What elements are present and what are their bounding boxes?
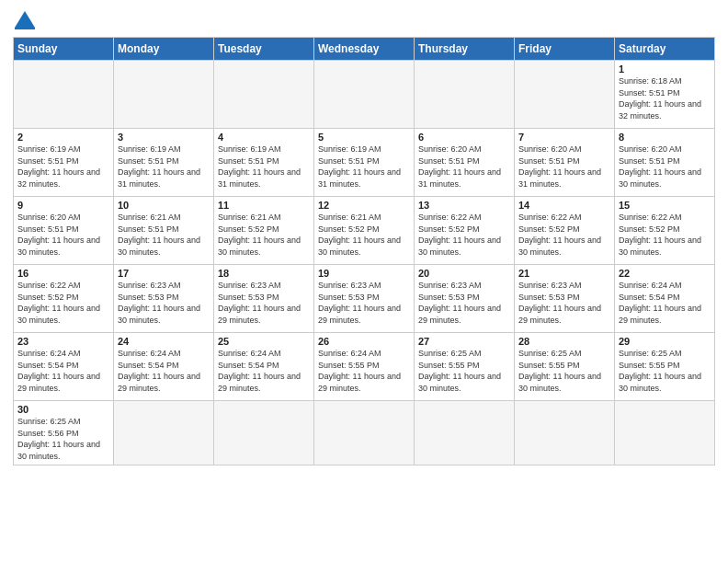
- day-number: 10: [118, 200, 210, 211]
- calendar-cell: 3Sunrise: 6:19 AM Sunset: 5:51 PM Daylig…: [114, 129, 214, 197]
- calendar-cell: 29Sunrise: 6:25 AM Sunset: 5:55 PM Dayli…: [615, 333, 715, 401]
- day-info: Sunrise: 6:21 AM Sunset: 5:52 PM Dayligh…: [318, 212, 410, 258]
- calendar-cell: 12Sunrise: 6:21 AM Sunset: 5:52 PM Dayli…: [314, 197, 415, 265]
- day-number: 5: [318, 132, 410, 143]
- day-info: Sunrise: 6:25 AM Sunset: 5:55 PM Dayligh…: [518, 348, 610, 394]
- day-info: Sunrise: 6:21 AM Sunset: 5:51 PM Dayligh…: [118, 212, 210, 258]
- day-info: Sunrise: 6:19 AM Sunset: 5:51 PM Dayligh…: [218, 144, 310, 190]
- calendar-cell: 7Sunrise: 6:20 AM Sunset: 5:51 PM Daylig…: [515, 129, 615, 197]
- logo: [13, 9, 35, 31]
- calendar-week-row: 1Sunrise: 6:18 AM Sunset: 5:51 PM Daylig…: [14, 61, 715, 129]
- day-info: Sunrise: 6:18 AM Sunset: 5:51 PM Dayligh…: [619, 75, 711, 121]
- calendar-cell: 22Sunrise: 6:24 AM Sunset: 5:54 PM Dayli…: [615, 265, 715, 333]
- calendar-cell: 26Sunrise: 6:24 AM Sunset: 5:55 PM Dayli…: [314, 333, 415, 401]
- day-number: 2: [17, 132, 109, 143]
- calendar-cell: 28Sunrise: 6:25 AM Sunset: 5:55 PM Dayli…: [515, 333, 615, 401]
- day-info: Sunrise: 6:20 AM Sunset: 5:51 PM Dayligh…: [619, 144, 711, 190]
- day-number: 18: [218, 268, 310, 279]
- svg-rect-1: [15, 28, 35, 29]
- day-number: 30: [17, 404, 109, 415]
- day-number: 25: [218, 336, 310, 347]
- day-number: 24: [118, 336, 210, 347]
- day-number: 27: [418, 336, 510, 347]
- day-info: Sunrise: 6:23 AM Sunset: 5:53 PM Dayligh…: [118, 280, 210, 326]
- day-number: 8: [619, 132, 711, 143]
- calendar-cell: 14Sunrise: 6:22 AM Sunset: 5:52 PM Dayli…: [515, 197, 615, 265]
- calendar-cell: [415, 61, 515, 129]
- day-info: Sunrise: 6:20 AM Sunset: 5:51 PM Dayligh…: [418, 144, 510, 190]
- calendar-cell: 11Sunrise: 6:21 AM Sunset: 5:52 PM Dayli…: [214, 197, 314, 265]
- day-info: Sunrise: 6:22 AM Sunset: 5:52 PM Dayligh…: [17, 280, 109, 326]
- day-number: 22: [619, 268, 711, 279]
- calendar-cell: 5Sunrise: 6:19 AM Sunset: 5:51 PM Daylig…: [314, 129, 415, 197]
- page: SundayMondayTuesdayWednesdayThursdayFrid…: [0, 0, 728, 475]
- day-info: Sunrise: 6:20 AM Sunset: 5:51 PM Dayligh…: [17, 212, 109, 258]
- day-info: Sunrise: 6:24 AM Sunset: 5:54 PM Dayligh…: [619, 280, 711, 326]
- day-number: 15: [619, 200, 711, 211]
- day-info: Sunrise: 6:19 AM Sunset: 5:51 PM Dayligh…: [118, 144, 210, 190]
- day-number: 17: [118, 268, 210, 279]
- day-number: 20: [418, 268, 510, 279]
- calendar-cell: 6Sunrise: 6:20 AM Sunset: 5:51 PM Daylig…: [415, 129, 515, 197]
- day-header-saturday: Saturday: [615, 38, 715, 61]
- day-number: 4: [218, 132, 310, 143]
- calendar-week-row: 30Sunrise: 6:25 AM Sunset: 5:56 PM Dayli…: [14, 401, 715, 465]
- calendar-cell: 4Sunrise: 6:19 AM Sunset: 5:51 PM Daylig…: [214, 129, 314, 197]
- day-number: 12: [318, 200, 410, 211]
- calendar-cell: [214, 61, 314, 129]
- day-info: Sunrise: 6:25 AM Sunset: 5:56 PM Dayligh…: [17, 416, 109, 462]
- day-number: 9: [17, 200, 109, 211]
- calendar-cell: [615, 401, 715, 465]
- calendar-cell: 21Sunrise: 6:23 AM Sunset: 5:53 PM Dayli…: [515, 265, 615, 333]
- svg-marker-0: [15, 11, 35, 28]
- logo-icon: [15, 9, 35, 29]
- day-number: 21: [518, 268, 610, 279]
- calendar-cell: 2Sunrise: 6:19 AM Sunset: 5:51 PM Daylig…: [14, 129, 114, 197]
- calendar-week-row: 9Sunrise: 6:20 AM Sunset: 5:51 PM Daylig…: [14, 197, 715, 265]
- day-header-tuesday: Tuesday: [214, 38, 314, 61]
- day-info: Sunrise: 6:24 AM Sunset: 5:54 PM Dayligh…: [118, 348, 210, 394]
- calendar-cell: 30Sunrise: 6:25 AM Sunset: 5:56 PM Dayli…: [14, 401, 114, 465]
- calendar-cell: 15Sunrise: 6:22 AM Sunset: 5:52 PM Dayli…: [615, 197, 715, 265]
- day-info: Sunrise: 6:23 AM Sunset: 5:53 PM Dayligh…: [218, 280, 310, 326]
- day-info: Sunrise: 6:22 AM Sunset: 5:52 PM Dayligh…: [518, 212, 610, 258]
- day-info: Sunrise: 6:25 AM Sunset: 5:55 PM Dayligh…: [418, 348, 510, 394]
- day-info: Sunrise: 6:24 AM Sunset: 5:55 PM Dayligh…: [318, 348, 410, 394]
- calendar-cell: 19Sunrise: 6:23 AM Sunset: 5:53 PM Dayli…: [314, 265, 415, 333]
- calendar-cell: 8Sunrise: 6:20 AM Sunset: 5:51 PM Daylig…: [615, 129, 715, 197]
- calendar-cell: [114, 61, 214, 129]
- day-number: 6: [418, 132, 510, 143]
- calendar-cell: [415, 401, 515, 465]
- day-header-sunday: Sunday: [14, 38, 114, 61]
- calendar-cell: [515, 401, 615, 465]
- day-number: 7: [518, 132, 610, 143]
- day-info: Sunrise: 6:19 AM Sunset: 5:51 PM Dayligh…: [318, 144, 410, 190]
- day-number: 13: [418, 200, 510, 211]
- day-number: 19: [318, 268, 410, 279]
- header: [13, 9, 715, 31]
- calendar-cell: [314, 61, 415, 129]
- day-info: Sunrise: 6:22 AM Sunset: 5:52 PM Dayligh…: [418, 212, 510, 258]
- calendar-table: SundayMondayTuesdayWednesdayThursdayFrid…: [13, 37, 715, 465]
- calendar-cell: 25Sunrise: 6:24 AM Sunset: 5:54 PM Dayli…: [214, 333, 314, 401]
- day-info: Sunrise: 6:25 AM Sunset: 5:55 PM Dayligh…: [619, 348, 711, 394]
- calendar-week-row: 16Sunrise: 6:22 AM Sunset: 5:52 PM Dayli…: [14, 265, 715, 333]
- day-info: Sunrise: 6:23 AM Sunset: 5:53 PM Dayligh…: [418, 280, 510, 326]
- day-info: Sunrise: 6:24 AM Sunset: 5:54 PM Dayligh…: [17, 348, 109, 394]
- day-number: 1: [619, 63, 711, 75]
- day-info: Sunrise: 6:20 AM Sunset: 5:51 PM Dayligh…: [518, 144, 610, 190]
- calendar-week-row: 23Sunrise: 6:24 AM Sunset: 5:54 PM Dayli…: [14, 333, 715, 401]
- calendar-cell: 17Sunrise: 6:23 AM Sunset: 5:53 PM Dayli…: [114, 265, 214, 333]
- day-number: 28: [518, 336, 610, 347]
- calendar-cell: 20Sunrise: 6:23 AM Sunset: 5:53 PM Dayli…: [415, 265, 515, 333]
- calendar-cell: 16Sunrise: 6:22 AM Sunset: 5:52 PM Dayli…: [14, 265, 114, 333]
- calendar-cell: [214, 401, 314, 465]
- calendar-cell: 18Sunrise: 6:23 AM Sunset: 5:53 PM Dayli…: [214, 265, 314, 333]
- day-number: 29: [619, 336, 711, 347]
- day-header-thursday: Thursday: [415, 38, 515, 61]
- calendar-week-row: 2Sunrise: 6:19 AM Sunset: 5:51 PM Daylig…: [14, 129, 715, 197]
- day-info: Sunrise: 6:19 AM Sunset: 5:51 PM Dayligh…: [17, 144, 109, 190]
- calendar-cell: [114, 401, 214, 465]
- calendar-cell: 13Sunrise: 6:22 AM Sunset: 5:52 PM Dayli…: [415, 197, 515, 265]
- calendar-cell: 1Sunrise: 6:18 AM Sunset: 5:51 PM Daylig…: [615, 61, 715, 129]
